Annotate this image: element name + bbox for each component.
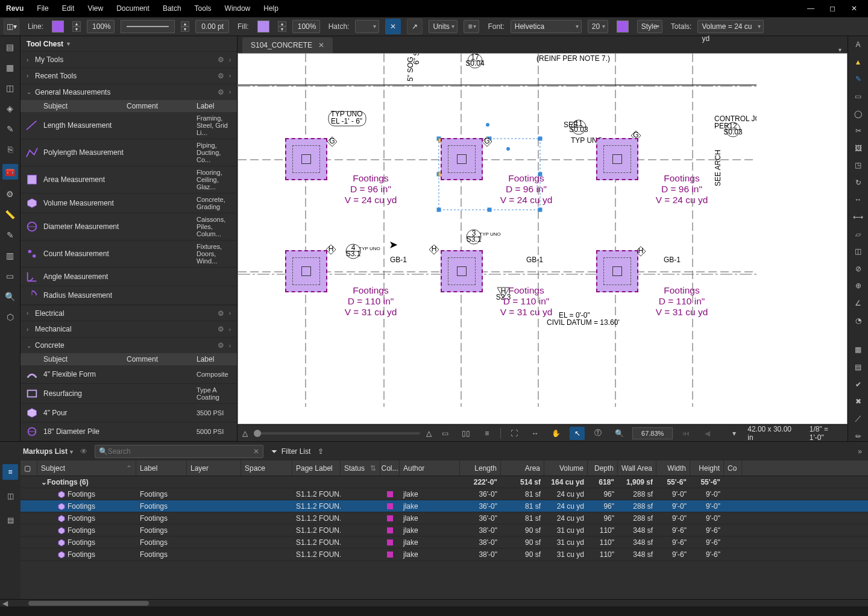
markups-row[interactable]: Footings Footings S1.1.2 FOUN... jlake 3… (20, 488, 868, 500)
fit-page-icon[interactable]: ⛶ (507, 427, 522, 440)
markups-row[interactable]: Footings Footings S1.1.2 FOUN... jlake 3… (20, 536, 868, 548)
markups-group-row[interactable]: ⌄ Footings (6) 222'-0" 514 sf 164 cu yd … (20, 476, 868, 488)
prev-page-icon[interactable]: ◀ (700, 427, 715, 440)
clear-search-icon[interactable]: ✕ (253, 447, 259, 456)
window-close[interactable]: ✕ (850, 4, 858, 13)
group-dropdown[interactable]: ◫▾ (4, 19, 19, 34)
filter-list-button[interactable]: ⏷Filter List (271, 447, 311, 456)
rr-stamp-icon[interactable]: ✔ (852, 379, 864, 389)
line-opacity-spinner[interactable]: ▴▾ (72, 21, 81, 32)
fill-color-swatch[interactable] (257, 20, 269, 33)
continuous-icon[interactable]: ≡ (479, 427, 494, 440)
gear-icon[interactable]: ⚙ (218, 72, 224, 80)
rr-volume-icon[interactable]: ◫ (852, 247, 864, 257)
zoom-icon[interactable]: 🔍 (612, 427, 627, 440)
fill-opacity-field[interactable]: 100% (292, 20, 320, 33)
hatch-dropdown[interactable] (355, 20, 379, 33)
rr-angle-icon[interactable]: ∠ (852, 298, 864, 309)
markups-overflow-icon[interactable]: » (858, 447, 862, 456)
pan-icon[interactable]: ✋ (549, 427, 564, 440)
line-width-field[interactable]: 0.00 pt (195, 20, 229, 33)
menu-help[interactable]: Help (263, 4, 278, 13)
rail-bookmarks-icon[interactable]: ◫ (4, 82, 16, 94)
rr-pen-icon[interactable]: ✎ (852, 74, 864, 84)
footing-markup[interactable] (285, 138, 327, 180)
rr-text-icon[interactable]: A (852, 40, 864, 50)
rail-corner-icon[interactable]: ⬡ (4, 311, 16, 323)
window-maximize[interactable]: ◻ (828, 4, 837, 13)
tool-row[interactable]: Radius Measurement (20, 286, 237, 305)
export-icon[interactable]: ⇪ (318, 447, 324, 456)
panel-title[interactable]: Tool Chest▾ (20, 36, 237, 51)
markups-table-header[interactable]: ▢ Subject⌃ Label Layer Space Page Label … (20, 460, 868, 476)
menu-revu[interactable]: Revu (6, 4, 24, 13)
markups-title[interactable]: Markups List ▾ (23, 447, 73, 456)
section-mechanical[interactable]: ›Mechanical⚙› (20, 321, 237, 337)
line-width-spinner[interactable]: ▴▾ (181, 21, 189, 32)
tab-overflow-icon[interactable]: ▾ (838, 46, 841, 53)
rr-cross-icon[interactable]: ✖ (852, 397, 864, 407)
markups-hscroll[interactable]: ◀ (0, 599, 868, 606)
footing-markup[interactable] (285, 250, 327, 292)
style-dropdown[interactable]: Style (637, 20, 662, 33)
select-icon[interactable]: ↖ (570, 427, 585, 440)
align-dropdown[interactable]: ≡ (464, 20, 479, 33)
page-nav-dropdown[interactable]: ▾ (727, 427, 742, 440)
tool-row[interactable]: 18" Diameter Pile5000 PSI (20, 423, 237, 441)
zoom-field[interactable]: 67.83% (632, 427, 673, 439)
rr-highlight-icon[interactable]: ▲ (852, 57, 864, 68)
tool-row[interactable]: 4" Flexible FormComposite (20, 365, 237, 384)
section-concrete[interactable]: ⌄Concrete⚙› (20, 337, 237, 353)
warning-icon-2[interactable]: △ (426, 429, 432, 438)
markups-row[interactable]: Footings Footings S1.1.2 FOUN... jlake 3… (20, 548, 868, 561)
tab-close-icon[interactable]: ✕ (318, 41, 324, 49)
rr-pencil-icon[interactable]: ✏ (852, 431, 864, 441)
font-size-dropdown[interactable]: 20 (588, 20, 608, 33)
markups-doc-icon[interactable]: ▤ (2, 512, 18, 528)
rail-layers-icon[interactable]: ◈ (4, 102, 16, 115)
rr-rotate-icon[interactable]: ↻ (852, 178, 864, 188)
footing-markup[interactable] (596, 138, 638, 180)
tool-row[interactable]: 4" Pour3500 PSI (20, 404, 237, 423)
section-recent-tools[interactable]: ›Recent Tools⚙› (20, 68, 237, 84)
menu-view[interactable]: View (87, 4, 103, 13)
markups-table[interactable]: ▢ Subject⌃ Label Layer Space Page Label … (20, 460, 868, 599)
tool-row[interactable]: Volume MeasurementConcrete, Grading (20, 193, 237, 213)
footing-markup[interactable] (441, 250, 483, 292)
section-general-measurements[interactable]: ⌄General Measurements⚙› (20, 84, 237, 100)
menu-tools[interactable]: Tools (195, 4, 212, 13)
section-my-tools[interactable]: ›My Tools⚙› (20, 51, 237, 68)
rr-crop-icon[interactable]: ◳ (852, 160, 864, 171)
rr-radius-icon[interactable]: ◔ (852, 315, 864, 325)
tool-row[interactable]: ResurfacingType A Coating (20, 384, 237, 404)
rail-properties-icon[interactable]: ⚙ (4, 188, 16, 200)
gear-icon[interactable]: ⚙ (218, 88, 224, 96)
totals-dropdown[interactable]: Volume = 24 cu yd (697, 20, 764, 33)
rail-sets-icon[interactable]: ▥ (4, 250, 16, 262)
tool-row[interactable]: Angle Measurement (20, 268, 237, 286)
gear-icon[interactable]: ⚙ (218, 341, 224, 350)
markups-row[interactable]: Footings Footings S1.1.2 FOUN... jlake 3… (20, 500, 868, 512)
rr-group1-icon[interactable]: ▦ (852, 345, 864, 355)
menu-document[interactable]: Document (116, 4, 149, 13)
tab-s104-concrete[interactable]: S104_CONCRETE✕ (242, 37, 333, 53)
window-minimize[interactable]: — (807, 4, 815, 13)
rail-links-icon[interactable]: ⎘ (4, 143, 16, 156)
rr-count-icon[interactable]: ⊕ (852, 281, 864, 291)
tool-row[interactable]: Area MeasurementFlooring, Ceiling, Glaz.… (20, 166, 237, 193)
footing-markup[interactable] (596, 250, 638, 292)
rr-circle-icon[interactable]: ◯ (852, 108, 864, 119)
rail-studio-icon[interactable]: ▭ (4, 270, 16, 282)
fill-opacity-spinner[interactable]: ▴▾ (278, 21, 286, 32)
menu-file[interactable]: File (37, 4, 48, 13)
rr-length-icon[interactable]: ↔ (852, 195, 864, 205)
rr-line-icon[interactable]: ／ (852, 413, 864, 424)
menu-batch[interactable]: Batch (163, 4, 181, 13)
line-style-dropdown[interactable] (121, 20, 175, 33)
markups-row[interactable]: Footings Footings S1.1.2 FOUN... jlake 3… (20, 524, 868, 536)
markups-3d-icon[interactable]: ◫ (2, 488, 18, 504)
menu-window[interactable]: Window (225, 4, 251, 13)
menu-edit[interactable]: Edit (62, 4, 75, 13)
warning-icon[interactable]: △ (242, 429, 248, 438)
first-page-icon[interactable]: ⏮ (679, 427, 694, 440)
